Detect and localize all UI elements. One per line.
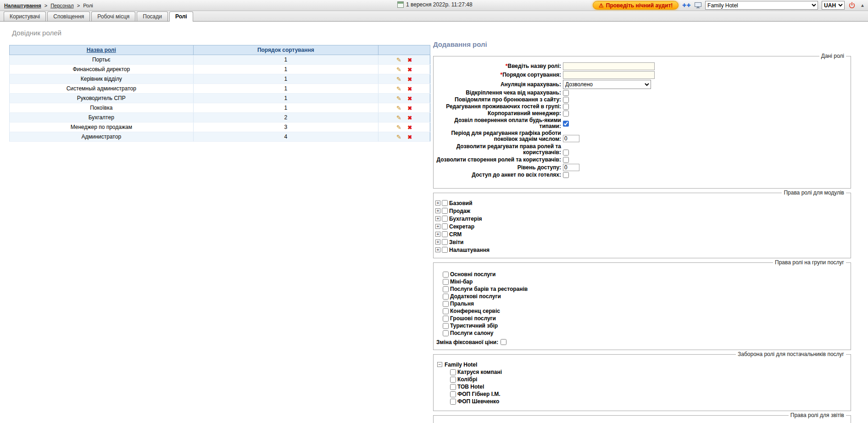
supplier-checkbox[interactable] <box>450 377 456 383</box>
delete-role-icon[interactable]: ✖ <box>407 86 412 92</box>
module-checkbox[interactable] <box>442 231 448 237</box>
delete-role-icon[interactable]: ✖ <box>407 57 412 63</box>
tab-notifications[interactable]: Сповіщення <box>47 11 90 21</box>
collapse-node-icon[interactable]: − <box>437 362 442 367</box>
service-group-checkbox[interactable] <box>443 308 449 314</box>
maid-schedule-period-input[interactable] <box>563 135 579 142</box>
service-group-checkbox[interactable] <box>443 323 449 329</box>
fieldset-module-rights: Права ролі для модулів + Базовий + <box>433 193 851 258</box>
monitor-icon[interactable] <box>695 2 701 8</box>
edit-role-icon[interactable]: ✎ <box>396 66 401 73</box>
expand-icon[interactable]: + <box>435 239 440 245</box>
service-group-checkbox[interactable] <box>443 286 449 292</box>
refund-types-checkbox[interactable] <box>563 121 569 127</box>
service-group-checkbox[interactable] <box>443 316 449 322</box>
module-checkbox[interactable] <box>442 216 448 222</box>
role-order-cell: 4 <box>193 132 378 142</box>
notify-booking-checkbox[interactable] <box>563 97 569 103</box>
service-group-item: Пральня <box>435 300 847 307</box>
delete-role-icon[interactable]: ✖ <box>407 115 412 121</box>
delete-role-icon[interactable]: ✖ <box>407 76 412 83</box>
supplier-checkbox[interactable] <box>450 384 456 390</box>
service-group-checkbox[interactable] <box>443 272 449 278</box>
module-label: Налаштування <box>449 247 490 253</box>
questionnaire-access-checkbox[interactable] <box>563 172 569 178</box>
calendar-icon[interactable] <box>397 1 404 8</box>
breadcrumb-separator: > <box>77 3 80 8</box>
tab-positions[interactable]: Посади <box>137 11 168 21</box>
supplier-checkbox[interactable] <box>450 391 456 397</box>
plus-plus-icon[interactable]: ✚✚ <box>682 3 691 8</box>
fieldset-supplier-restrictions: Заборона ролі для постачальників послуг … <box>433 354 851 411</box>
module-checkbox[interactable] <box>442 247 448 253</box>
sort-order-input[interactable] <box>563 71 655 79</box>
datetime-block: 1 вересня 2022р. 11:27:48 <box>397 1 473 8</box>
module-checkbox[interactable] <box>442 208 448 214</box>
edit-guests-checkbox[interactable] <box>563 104 569 110</box>
edit-guests-label: Редагування проживаючих гостей в групі: <box>436 104 561 110</box>
delete-role-icon[interactable]: ✖ <box>407 124 412 131</box>
service-group-checkbox[interactable] <box>443 301 449 307</box>
edit-role-icon[interactable]: ✎ <box>396 85 401 92</box>
edit-rights-label: Дозволити редагувати права ролей та кори… <box>436 144 561 156</box>
breadcrumb-link-personnel[interactable]: Персонал <box>50 3 74 8</box>
breadcrumb-link-settings[interactable]: Налаштування <box>4 3 41 8</box>
edit-role-icon[interactable]: ✎ <box>396 114 401 121</box>
delete-role-icon[interactable]: ✖ <box>407 134 412 140</box>
sort-by-order-link[interactable]: Порядок сортування <box>257 47 314 53</box>
delete-role-icon[interactable]: ✖ <box>407 105 412 111</box>
expand-icon[interactable]: + <box>435 200 440 206</box>
annulment-label: Ануляція нарахувань: <box>436 82 561 88</box>
create-roles-checkbox[interactable] <box>563 157 569 163</box>
module-checkbox[interactable] <box>442 223 448 229</box>
edit-role-icon[interactable]: ✎ <box>396 105 401 111</box>
expand-icon[interactable]: + <box>435 224 440 229</box>
access-level-input[interactable] <box>563 164 579 171</box>
edit-role-icon[interactable]: ✎ <box>396 95 401 102</box>
edit-role-icon[interactable]: ✎ <box>396 76 401 83</box>
collapse-arrow-icon[interactable]: ▲ <box>859 3 866 8</box>
sort-by-name-link[interactable]: Назва ролі <box>87 47 116 53</box>
tab-workplaces[interactable]: Робочі місця <box>91 11 135 21</box>
expand-icon[interactable]: + <box>435 247 440 252</box>
hotel-select[interactable]: Family Hotel <box>705 1 818 10</box>
form-row-questionnaire-access: Доступ до анкет по всіх готелях: <box>436 172 847 178</box>
role-actions-cell: ✎ ✖ <box>378 84 430 94</box>
night-audit-button[interactable]: ⚠ Проведіть нічний аудит! <box>593 1 679 10</box>
module-checkbox[interactable] <box>442 239 448 245</box>
service-group-checkbox[interactable] <box>443 294 449 300</box>
module-tree-item: + Продаж <box>435 207 847 215</box>
uncheck-receipt-checkbox[interactable] <box>563 90 569 96</box>
supplier-label: Катруся компані <box>457 369 502 375</box>
edit-role-icon[interactable]: ✎ <box>396 124 401 131</box>
service-group-checkbox[interactable] <box>443 330 449 336</box>
topbar: Налаштування > Персонал > Ролі 1 вересня… <box>0 0 868 11</box>
delete-role-icon[interactable]: ✖ <box>407 67 412 73</box>
expand-icon[interactable]: + <box>435 232 440 237</box>
service-group-checkbox[interactable] <box>443 279 449 285</box>
role-name-input[interactable] <box>563 62 655 70</box>
role-actions-cell: ✎ ✖ <box>378 55 430 65</box>
supplier-checkbox[interactable] <box>450 369 456 375</box>
add-role-panel: Додавання ролі Дані ролі *Введіть назву … <box>433 40 851 423</box>
expand-icon[interactable]: + <box>435 208 440 213</box>
supplier-item: ФОП Шевченко <box>450 398 847 405</box>
power-icon[interactable] <box>848 2 856 9</box>
corporate-manager-label: Корпоративний менеджер: <box>436 111 561 117</box>
delete-role-icon[interactable]: ✖ <box>407 95 412 102</box>
edit-rights-checkbox[interactable] <box>563 150 569 156</box>
fixed-price-checkbox[interactable] <box>501 339 506 345</box>
tab-users[interactable]: Користувачі <box>4 11 46 21</box>
corporate-manager-checkbox[interactable] <box>563 111 569 117</box>
expand-icon[interactable]: + <box>435 216 440 221</box>
edit-role-icon[interactable]: ✎ <box>396 134 401 140</box>
tab-roles[interactable]: Ролі <box>169 11 193 22</box>
supplier-checkbox[interactable] <box>450 399 456 405</box>
fieldset-legend: Права ролі для звітів <box>789 412 846 418</box>
module-tree-item: + Бухгалтерія <box>435 215 847 223</box>
annulment-select[interactable]: Дозволено <box>563 80 651 89</box>
edit-role-icon[interactable]: ✎ <box>396 56 401 63</box>
currency-select[interactable]: UAH <box>822 1 845 10</box>
role-name-cell: Керівник відділу <box>10 74 194 84</box>
module-checkbox[interactable] <box>442 200 448 206</box>
